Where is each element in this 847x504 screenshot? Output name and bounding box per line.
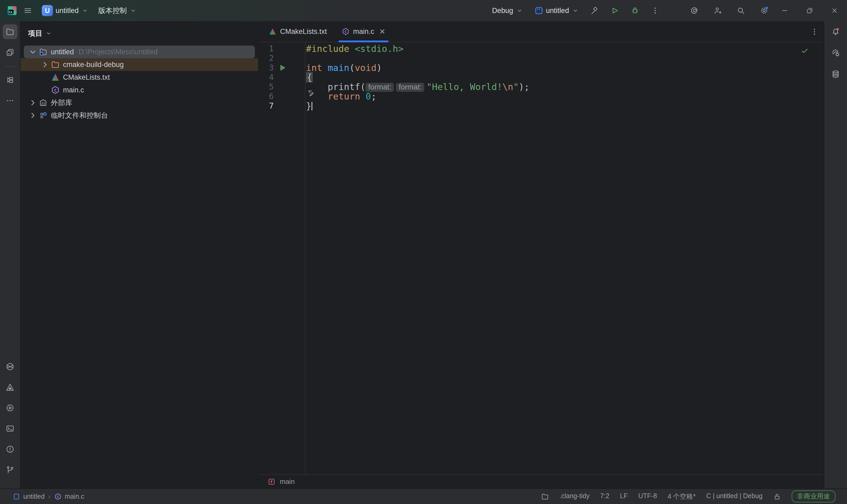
- tool-structure-button[interactable]: [3, 73, 17, 87]
- tool-services-button[interactable]: [3, 400, 17, 415]
- license-badge[interactable]: 非商业用途: [792, 490, 835, 502]
- gear-icon: [760, 6, 769, 15]
- project-avatar: U: [42, 5, 53, 16]
- token: );: [519, 82, 529, 92]
- run-config-select[interactable]: untitled: [531, 3, 583, 18]
- token: {: [306, 72, 313, 83]
- tool-terminal-button[interactable]: [3, 421, 17, 436]
- run-line-icon[interactable]: [278, 64, 286, 72]
- minimize-button[interactable]: [772, 0, 797, 21]
- add-user-icon: [713, 6, 722, 15]
- token: (: [349, 62, 355, 73]
- scratches-icon: [39, 111, 48, 120]
- tool-problems-button[interactable]: [3, 442, 17, 456]
- token: ;: [371, 91, 376, 102]
- tree-item-cmake-build-debug[interactable]: cmake-build-debug: [21, 58, 258, 71]
- run-toolbar: Debug untitled: [488, 0, 663, 21]
- line-number: 6: [258, 92, 274, 101]
- cmake-file-icon: [51, 73, 60, 82]
- more-tool-windows-button[interactable]: [3, 93, 17, 108]
- tab-options-button[interactable]: [810, 21, 819, 42]
- tree-item-临时文件和控制台[interactable]: 临时文件和控制台: [21, 109, 258, 122]
- status-bar: untitled›Cmain.c .clang-tidy7:2LFUTF-84 …: [0, 488, 847, 504]
- status-field[interactable]: 4 个空格*: [668, 492, 696, 501]
- chevron-right-icon[interactable]: [27, 97, 39, 109]
- status-field[interactable]: .clang-tidy: [560, 492, 590, 501]
- gutter-markers: [274, 82, 305, 92]
- breadcrumb-function[interactable]: main: [280, 478, 294, 486]
- tree-item-外部库[interactable]: 外部库: [21, 96, 258, 109]
- settings-button[interactable]: [756, 3, 772, 18]
- editor-breadcrumbs: main: [258, 474, 824, 488]
- tool-commit-button[interactable]: [3, 45, 17, 60]
- statusbar-widgets: .clang-tidy7:2LFUTF-84 个空格*C | untitled …: [541, 490, 835, 502]
- tool-database-button[interactable]: [828, 67, 843, 82]
- notifications-button[interactable]: [828, 24, 843, 39]
- tab-main.c[interactable]: Cmain.c✕: [334, 21, 393, 42]
- structure-icon: [5, 75, 15, 85]
- nav-crumb-untitled[interactable]: untitled: [13, 492, 45, 500]
- edit-pencil-icon[interactable]: [307, 89, 316, 97]
- unlock-icon[interactable]: [773, 492, 781, 501]
- status-field[interactable]: UTF-8: [638, 492, 657, 501]
- run-play-icon: [610, 6, 619, 15]
- token: return: [328, 91, 365, 102]
- code-with-me-button[interactable]: [709, 3, 726, 18]
- build-button[interactable]: [587, 3, 603, 18]
- code-editor[interactable]: 1#include <stdio.h>23int main(void)4{5 p…: [258, 42, 824, 474]
- code-line-5: 5 printf(format:format:"Hello, World!\n"…: [258, 82, 824, 92]
- restore-button[interactable]: [797, 0, 822, 21]
- ellipsis-icon: [5, 96, 15, 105]
- token: void: [355, 62, 376, 73]
- main-menu-button[interactable]: [20, 3, 36, 18]
- gutter-markers: [274, 101, 305, 111]
- tab-close-icon[interactable]: ✕: [379, 27, 385, 36]
- chevron-down-icon: [572, 7, 579, 14]
- restore-icon: [806, 7, 813, 14]
- more-run-actions-button[interactable]: [647, 3, 663, 18]
- project-tool-window: 项目 untitledD:\Projects\Mess\untitledcmak…: [21, 21, 258, 488]
- tool-coverage-button[interactable]: [3, 359, 17, 374]
- tree-item-main.c[interactable]: Cmain.c: [21, 84, 258, 96]
- tool-git-button[interactable]: [3, 463, 17, 477]
- nav-crumb-main.c[interactable]: Cmain.c: [54, 492, 85, 500]
- token: \n: [502, 82, 513, 92]
- chevron-right-icon[interactable]: [39, 59, 51, 70]
- run-mode-select[interactable]: Debug: [488, 3, 527, 18]
- tree-item-label: cmake-build-debug: [63, 60, 124, 69]
- function-icon: [268, 478, 275, 486]
- c-file-icon: C: [54, 493, 62, 500]
- tab-CMakeLists.txt[interactable]: CMakeLists.txt: [261, 21, 334, 42]
- c-file-icon: C: [342, 28, 350, 35]
- debug-button[interactable]: [627, 3, 643, 18]
- code-line-3: 3int main(void): [258, 63, 824, 73]
- tool-ai-chat-button[interactable]: [828, 46, 843, 60]
- chevron-down-icon: [129, 7, 137, 14]
- status-field[interactable]: LF: [620, 492, 628, 501]
- inspections-ok-icon[interactable]: [800, 47, 809, 55]
- tree-item-untitled[interactable]: untitledD:\Projects\Mess\untitled: [24, 46, 255, 58]
- chevron-down-icon: [516, 7, 523, 14]
- close-button[interactable]: [822, 0, 847, 21]
- main-area: 项目 untitledD:\Projects\Mess\untitledcmak…: [0, 21, 847, 488]
- code-line-7: 7}: [258, 101, 824, 111]
- project-widget[interactable]: U untitled: [38, 3, 92, 18]
- status-field[interactable]: 7:2: [600, 492, 610, 501]
- tool-project-button[interactable]: [3, 24, 17, 39]
- svg-text:CL: CL: [9, 10, 13, 14]
- inlay-hint: format:: [396, 83, 424, 92]
- code-text: {: [305, 73, 313, 82]
- tool-cmake-button[interactable]: [3, 380, 17, 395]
- chevron-down-icon[interactable]: [27, 46, 39, 58]
- title-bar: CL U untitled 版本控制 Debug untitled: [0, 0, 847, 21]
- ai-assistant-button[interactable]: [686, 3, 702, 18]
- search-everywhere-button[interactable]: [733, 3, 749, 18]
- commit-stack-icon: [5, 48, 15, 57]
- chevron-right-icon[interactable]: [27, 110, 39, 121]
- gutter-markers: [274, 44, 305, 53]
- project-panel-header[interactable]: 项目: [21, 21, 258, 46]
- vcs-widget[interactable]: 版本控制: [94, 3, 141, 18]
- run-button[interactable]: [607, 3, 623, 18]
- tree-item-CMakeLists.txt[interactable]: CMakeLists.txt: [21, 71, 258, 84]
- status-field[interactable]: C | untitled | Debug: [706, 492, 762, 501]
